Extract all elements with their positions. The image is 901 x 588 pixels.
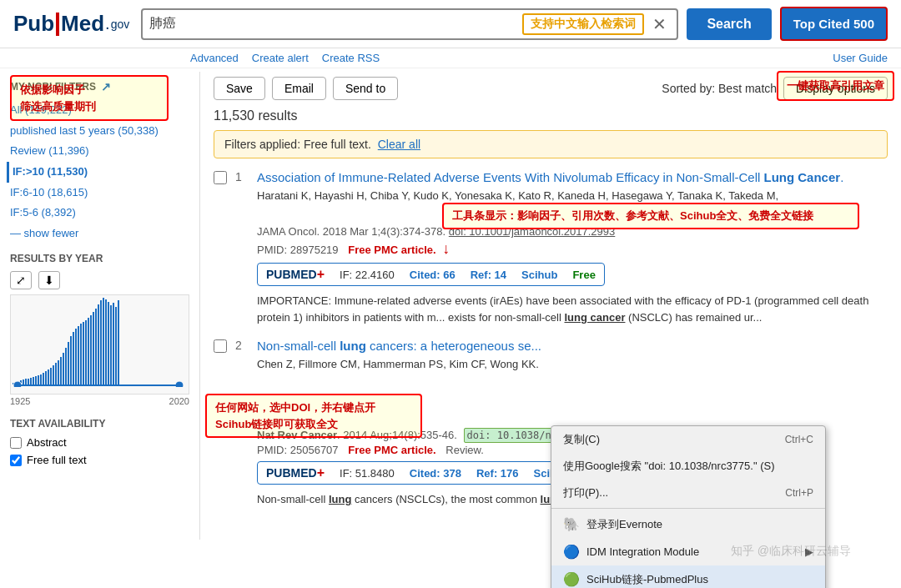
svg-rect-13 [45,371,47,384]
article-item-1: 1 Association of Immune-Related Adverse … [214,168,888,325]
print-shortcut: Ctrl+P [785,487,813,499]
filter-if-gt10[interactable]: IF:>10 (11,530) [7,162,189,183]
doi-annotation-box: 任何网站，选中DOI，并右键点开Scihub链接即可获取全文 [205,394,422,438]
abstract-checkbox-label[interactable]: Abstract [10,436,189,449]
article-2-review: Review. [445,444,484,456]
svg-rect-30 [88,318,89,384]
top-cited-button[interactable]: Top Cited 500 [780,7,888,41]
article-1-free[interactable]: Free [572,269,595,281]
chart-svg [11,295,186,387]
free-full-text-label: Free full text [27,454,87,466]
article-2-ref[interactable]: Ref: 176 [476,467,519,480]
article-1-title[interactable]: Association of Immune-Related Adverse Ev… [257,168,888,186]
article-1-scihub[interactable]: Scihub [521,269,557,281]
filter-if-5-6[interactable]: IF:5-6 (8,392) [10,203,189,224]
article-1-checkbox[interactable] [214,171,227,184]
user-guide-link[interactable]: User Guide [833,52,888,64]
sidebar: MY NCBI FILTERS ↗ All (119,222) publishe… [0,72,200,540]
svg-rect-38 [108,302,109,384]
results-by-year-section: RESULTS BY YEAR ⤢ ⬇ [10,253,189,406]
filter-last5[interactable]: published last 5 years (50,338) [10,121,189,142]
context-menu-item-google[interactable]: 使用Google搜索 "doi: 10.1038/nrc3775." (S) [551,453,825,480]
pubmed-plus-logo-2: PUBMED+ [266,465,325,480]
svg-rect-41 [115,307,117,384]
svg-rect-18 [58,360,59,384]
create-alert-link[interactable]: Create alert [252,52,309,64]
sort-label: Sorted by: Best match [662,82,777,95]
svg-rect-22 [68,342,69,384]
clear-search-button[interactable]: ✕ [649,14,670,34]
filter-applied-text: Filters applied: Free full text. [224,138,371,151]
logo-gov: gov [111,18,130,31]
svg-rect-31 [90,315,92,384]
search-button[interactable]: Search [687,8,771,40]
search-bar: 支持中文输入检索词 ✕ [141,8,678,40]
send-to-button[interactable]: Send to [333,77,398,100]
svg-rect-16 [53,365,54,384]
filter-clear-link[interactable]: Clear all [378,138,420,151]
article-2-authors: Chen Z, Fillmore CM, Hammerman PS, Kim C… [257,358,888,370]
results-by-year-title: RESULTS BY YEAR [10,253,189,264]
svg-rect-4 [23,379,24,384]
svg-rect-23 [70,336,72,384]
abstract-label: Abstract [27,436,67,449]
svg-rect-37 [105,299,107,384]
article-1-cited[interactable]: Cited: 66 [410,269,456,281]
svg-rect-11 [40,374,42,384]
email-button[interactable]: Email [272,77,326,100]
context-menu-item-print[interactable]: 打印(P)... Ctrl+P [551,480,825,506]
chart-expand-button[interactable]: ⤢ [10,271,32,289]
svg-rect-14 [48,369,49,384]
sub-header: Advanced Create alert Create RSS User Gu… [0,48,901,68]
article-1-content: Association of Immune-Related Adverse Ev… [257,168,888,325]
svg-rect-28 [83,322,84,384]
show-fewer[interactable]: — show fewer [10,227,189,239]
svg-rect-26 [78,326,79,384]
context-menu-item-copy[interactable]: 复制(C) Ctrl+C [551,426,825,453]
svg-rect-15 [50,368,52,384]
advanced-link[interactable]: Advanced [190,52,239,64]
article-2-cited[interactable]: Cited: 378 [410,467,461,480]
article-2-checkbox[interactable] [214,339,227,353]
chart-download-button[interactable]: ⬇ [38,271,60,289]
search-input[interactable] [149,17,522,32]
abstract-checkbox[interactable] [10,437,22,449]
svg-rect-7 [30,378,32,384]
create-rss-link[interactable]: Create RSS [322,52,380,64]
save-button[interactable]: Save [214,77,265,100]
context-menu-item-scihub[interactable]: 🟢 SciHub链接-PubmedPlus [551,565,825,588]
svg-rect-10 [38,375,39,384]
article-1-pmid-line: PMID: 28975219 Free PMC article. ↓ [257,240,888,258]
svg-rect-39 [110,305,112,384]
chart-controls: ⤢ ⬇ [10,271,189,289]
article-2-free-pmc: Free PMC article. [348,444,436,456]
svg-rect-6 [28,379,29,384]
text-availability-title: TEXT AVAILABILITY [10,418,189,430]
free-full-text-checkbox[interactable] [10,455,22,466]
context-menu: 复制(C) Ctrl+C 使用Google搜索 "doi: 10.1038/nr… [551,425,826,588]
if-annotation-box: 依据影响因子筛选高质量期刊 [10,75,169,121]
article-2-if: IF: 51.8480 [340,467,395,480]
pubmed-toolbar-1: PUBMED+ IF: 22.4160 Cited: 66 Ref: 14 Sc… [257,263,605,286]
svg-rect-33 [95,309,97,384]
svg-rect-5 [25,379,27,384]
copy-shortcut: Ctrl+C [785,434,813,445]
svg-rect-21 [65,348,67,384]
article-1-ref[interactable]: Ref: 14 [471,269,506,281]
free-full-text-checkbox-label[interactable]: Free full text [10,454,189,466]
logo-bar [56,13,59,36]
toolbar-annotation-box: 工具条显示：影响因子、引用次数、参考文献、Scihub全文、免费全文链接 [442,203,859,229]
logo-dot: . [105,14,110,33]
svg-rect-36 [103,298,104,384]
svg-rect-17 [55,363,57,384]
article-1-number: 1 [235,168,249,325]
article-1-abstract: IMPORTANCE: Immune-related adverse event… [257,293,888,325]
svg-rect-27 [80,324,82,384]
svg-rect-9 [35,376,37,384]
header: Pub Med . gov 支持中文输入检索词 ✕ Search Top Cit… [0,0,901,48]
svg-rect-35 [100,300,102,384]
filter-review[interactable]: Review (11,396) [10,141,189,162]
article-2-title[interactable]: Non-small-cell lung cancers: a heterogen… [257,337,888,354]
context-menu-item-evernote[interactable]: 🐘 登录到Evernote [551,510,825,538]
filter-if-6-10[interactable]: IF:6-10 (18,615) [10,183,189,204]
